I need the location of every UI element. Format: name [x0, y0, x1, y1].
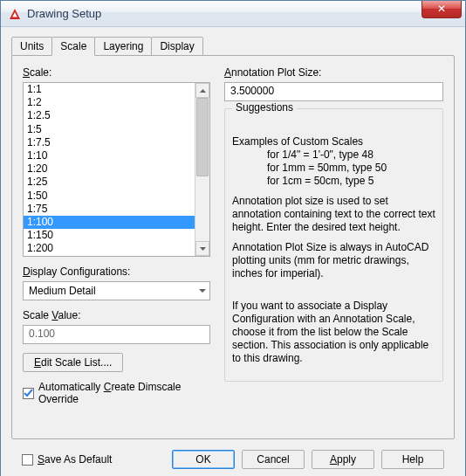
list-item[interactable]: 1:2.5 — [24, 109, 195, 122]
examples-block: Examples of Custom Scales for 1/4" = 1'-… — [232, 135, 435, 188]
save-as-default-checkbox[interactable]: Save As Default — [22, 453, 112, 466]
close-button[interactable]: ✕ — [421, 1, 462, 18]
scroll-up-button[interactable] — [195, 83, 209, 98]
app-icon — [8, 7, 22, 21]
edit-scale-list-button[interactable]: Edit Scale List.... — [23, 353, 123, 372]
scroll-thumb[interactable] — [196, 98, 209, 176]
apply-button[interactable]: Apply — [312, 450, 374, 469]
dialog-body: Units Scale Layering Display Scale: 1:11… — [1, 27, 465, 476]
save-as-default-label: Save As Default — [38, 453, 112, 466]
suggestion-p3: If you want to associate a Display Confi… — [232, 300, 435, 365]
list-item[interactable]: 1:50 — [24, 190, 195, 203]
tab-scale[interactable]: Scale — [51, 37, 95, 56]
scale-label: Scale: — [23, 66, 51, 79]
list-item[interactable]: 1:150 — [24, 229, 195, 242]
annotation-plot-size-input[interactable]: 3.500000 — [224, 82, 443, 101]
list-item[interactable]: 1:7.5 — [24, 136, 195, 149]
dimscale-override-checkbox[interactable]: Automatically Create Dimscale Override — [23, 381, 210, 405]
chevron-down-icon — [199, 289, 206, 293]
display-config-select[interactable]: Medium Detail — [23, 281, 210, 300]
checkbox-box — [23, 388, 34, 399]
button-bar: Save As Default OK Cancel Apply Help — [11, 439, 455, 476]
left-column: Scale: 1:11:21:2.51:51:7.51:101:201:251:… — [23, 66, 210, 405]
tabstrip: Units Scale Layering Display — [11, 37, 455, 56]
chevron-up-icon — [200, 89, 206, 93]
titlebar: Drawing Setup ✕ — [1, 1, 465, 27]
display-config-label: Display Configurations: — [23, 266, 130, 278]
list-item[interactable]: 1:25 — [24, 176, 195, 189]
scale-listbox[interactable]: 1:11:21:2.51:51:7.51:101:201:251:501:751… — [23, 82, 210, 257]
list-item[interactable]: 1:1 — [24, 83, 195, 96]
ok-button[interactable]: OK — [172, 450, 235, 469]
dialog-drawing-setup: Drawing Setup ✕ Units Scale Layering Dis… — [0, 0, 466, 476]
list-item[interactable]: 1:200 — [24, 242, 195, 255]
tabpanel-scale: Scale: 1:11:21:2.51:51:7.51:101:201:251:… — [11, 55, 455, 439]
checkmark-icon — [24, 389, 33, 398]
checkbox-box — [22, 454, 33, 466]
annotation-plot-size-label: Annotation Plot Size: — [224, 66, 321, 79]
list-item[interactable]: 1:10 — [24, 149, 195, 162]
suggestions-legend: Suggestions — [232, 101, 297, 114]
help-button[interactable]: Help — [381, 450, 444, 469]
window-title: Drawing Setup — [27, 7, 101, 20]
cancel-button[interactable]: Cancel — [242, 450, 305, 469]
chevron-down-icon — [200, 247, 206, 251]
scale-value-input[interactable]: 0.100 — [23, 325, 210, 344]
display-config-value: Medium Detail — [29, 285, 96, 297]
scrollbar[interactable] — [195, 83, 209, 256]
right-column: Annotation Plot Size: 3.500000 Suggestio… — [224, 66, 443, 405]
list-item[interactable]: 1:75 — [24, 203, 195, 216]
suggestion-p2: Annotation Plot Size is always in AutoCA… — [232, 241, 435, 280]
tab-units[interactable]: Units — [11, 37, 52, 56]
list-item[interactable]: 1:250 — [24, 255, 195, 256]
list-item[interactable]: 1:20 — [24, 162, 195, 176]
dimscale-override-label: Automatically Create Dimscale Override — [38, 381, 210, 405]
scale-value-label: Scale Value: — [23, 309, 81, 321]
close-icon: ✕ — [437, 3, 446, 15]
list-item[interactable]: 1:100 — [24, 216, 195, 229]
suggestion-p1: Annotation plot size is used to set anno… — [232, 195, 435, 234]
tab-layering[interactable]: Layering — [94, 37, 152, 56]
list-item[interactable]: 1:2 — [24, 96, 195, 109]
suggestions-group: Suggestions Examples of Custom Scales fo… — [224, 108, 443, 382]
scroll-track[interactable] — [195, 98, 209, 241]
list-item[interactable]: 1:5 — [24, 123, 195, 136]
tab-display[interactable]: Display — [151, 37, 202, 56]
scroll-down-button[interactable] — [195, 241, 209, 256]
